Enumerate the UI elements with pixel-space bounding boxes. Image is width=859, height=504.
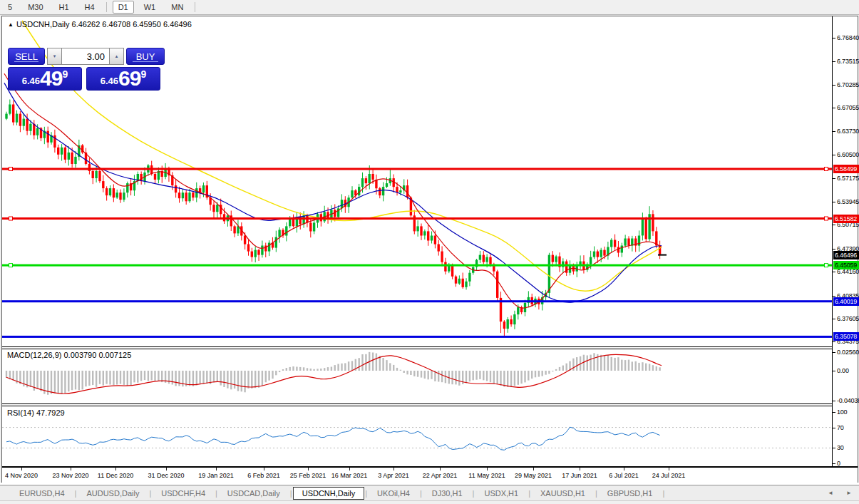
price-axis[interactable]: 6.768406.735156.702856.670556.637306.605…: [832, 16, 858, 466]
macd-histogram-bar: [628, 360, 629, 371]
macd-histogram-bar: [123, 371, 125, 385]
chart-tab-usdcad[interactable]: USDCAD,Daily: [218, 487, 289, 500]
level-line-handle: [9, 264, 13, 267]
date-label: 6 Jul 2021: [599, 472, 649, 479]
macd-histogram-bar: [473, 371, 474, 380]
macd-histogram-bar: [206, 371, 207, 384]
date-axis[interactable]: 4 Nov 202023 Nov 202011 Dec 202031 Dec 2…: [2, 468, 832, 483]
macd-histogram-bar: [247, 371, 249, 389]
date-label: 16 Mar 2021: [324, 472, 374, 479]
level-price-label: 6.45059: [833, 261, 859, 269]
level-line-handle: [825, 264, 828, 267]
volume-up-button[interactable]: ▴: [109, 48, 124, 65]
volume-input[interactable]: [62, 48, 109, 65]
candle-body: [416, 226, 418, 231]
horizontal-level-line[interactable]: [2, 336, 832, 338]
timeframe-button-w1[interactable]: W1: [138, 1, 162, 14]
chart-tab-xauusd[interactable]: XAUUSD,H1: [531, 487, 595, 500]
chart-tab-dj30[interactable]: DJ30,H1: [423, 487, 472, 500]
axis-tick-mark: [833, 341, 835, 342]
axis-tick-label: 6.37605: [837, 315, 859, 322]
horizontal-level-line[interactable]: [2, 168, 832, 170]
candle-body: [9, 105, 11, 114]
buy-button[interactable]: BUY: [126, 48, 165, 65]
macd-histogram-bar: [241, 371, 242, 391]
macd-histogram-bar: [99, 371, 101, 384]
candle-body: [119, 192, 121, 200]
timeframe-button-d1[interactable]: D1: [113, 1, 134, 14]
volume-down-button[interactable]: ▾: [47, 48, 62, 65]
tab-separator: |: [149, 489, 151, 498]
date-label: 31 Dec 2020: [141, 472, 191, 479]
tab-separator: |: [365, 489, 367, 498]
candle-body: [441, 252, 443, 262]
timeframe-button-5[interactable]: 5: [2, 1, 18, 14]
chart-tab-gbpusd[interactable]: GBPUSD,H1: [598, 487, 662, 500]
tab-scroll-left-icon[interactable]: ◄: [828, 490, 833, 496]
macd-histogram-bar: [386, 360, 387, 371]
macd-histogram-bar: [632, 361, 633, 371]
buy-price-prefix: 6.46: [101, 73, 118, 89]
macd-histogram-bar: [310, 369, 312, 371]
chart-tab-usdcnh[interactable]: USDCNH,Daily: [293, 487, 365, 500]
timeframe-button-m30[interactable]: M30: [22, 1, 48, 14]
date-tick-mark: [216, 468, 217, 470]
horizontal-level-line[interactable]: [2, 264, 832, 267]
collapse-icon[interactable]: ▲: [8, 21, 14, 28]
chart-title: ▲USDCNH,Daily 6.46262 6.46708 6.45950 6.…: [8, 20, 192, 29]
macd-histogram-bar: [458, 371, 460, 386]
macd-histogram-bar: [85, 371, 86, 386]
candle-body: [448, 266, 450, 272]
macd-label: MACD(12,26,9) 0.003790 0.007125: [7, 351, 131, 359]
pane-separator-macd[interactable]: [2, 346, 858, 349]
buy-price-big: 69: [118, 68, 140, 89]
macd-histogram-bar: [520, 371, 522, 384]
candle-body: [399, 190, 401, 192]
macd-histogram-bar: [393, 365, 394, 371]
axis-tick-label: 6.60500: [837, 151, 859, 158]
macd-histogram-bar: [382, 358, 384, 371]
level-price-label: 6.58499: [833, 165, 859, 173]
candle-body: [302, 215, 304, 224]
timeframe-button-h1[interactable]: H1: [53, 1, 75, 14]
candle-body: [379, 188, 381, 195]
candle-body: [483, 255, 485, 262]
macd-histogram-bar: [299, 367, 301, 371]
timeframe-button-h4[interactable]: H4: [79, 1, 101, 14]
date-tick-mark: [264, 468, 264, 470]
axis-tick-mark: [833, 272, 835, 272]
chart-title-text: USDCNH,Daily 6.46262 6.46708 6.45950 6.4…: [16, 20, 192, 29]
chart-tab-eurusd[interactable]: EURUSD,H4: [10, 487, 74, 500]
macd-histogram-bar: [372, 353, 374, 371]
date-label: 24 Jul 2021: [644, 472, 694, 479]
timeframe-button-mn[interactable]: MN: [165, 1, 189, 14]
candle-body: [458, 279, 461, 284]
sell-button[interactable]: SELL: [8, 48, 45, 65]
macd-histogram-bar: [451, 371, 453, 384]
macd-histogram-bar: [545, 371, 546, 375]
macd-histogram-bar: [244, 371, 245, 392]
candle-body: [261, 246, 263, 255]
macd-histogram-bar: [292, 366, 294, 371]
chart-tab-audusd[interactable]: AUDUSD,Daily: [77, 487, 148, 500]
candle-body: [26, 119, 28, 131]
macd-histogram-bar: [341, 364, 342, 371]
candle-body: [212, 205, 215, 212]
chart-tab-usdx[interactable]: USDX,H1: [475, 487, 528, 500]
macd-histogram-bar: [524, 371, 525, 382]
chart-tab-ukoil[interactable]: UKOil,H4: [368, 487, 419, 500]
macd-histogram-bar: [51, 371, 52, 394]
candle-body: [375, 180, 377, 188]
tab-scroll-right-icon[interactable]: ►: [846, 490, 852, 496]
buy-price-box[interactable]: 6.46699: [86, 67, 160, 91]
axis-tick-mark: [833, 371, 835, 371]
chart-tab-usdchf[interactable]: USDCHF,H4: [152, 487, 215, 500]
candle-body: [610, 240, 612, 247]
macd-histogram-bar: [289, 367, 291, 371]
pane-separator-rsi[interactable]: [2, 403, 858, 406]
macd-histogram-bar: [230, 371, 232, 389]
horizontal-level-line[interactable]: [2, 300, 832, 302]
sell-price-box[interactable]: 6.46499: [8, 67, 82, 91]
horizontal-level-line[interactable]: [2, 217, 832, 220]
macd-histogram-bar: [344, 363, 346, 371]
